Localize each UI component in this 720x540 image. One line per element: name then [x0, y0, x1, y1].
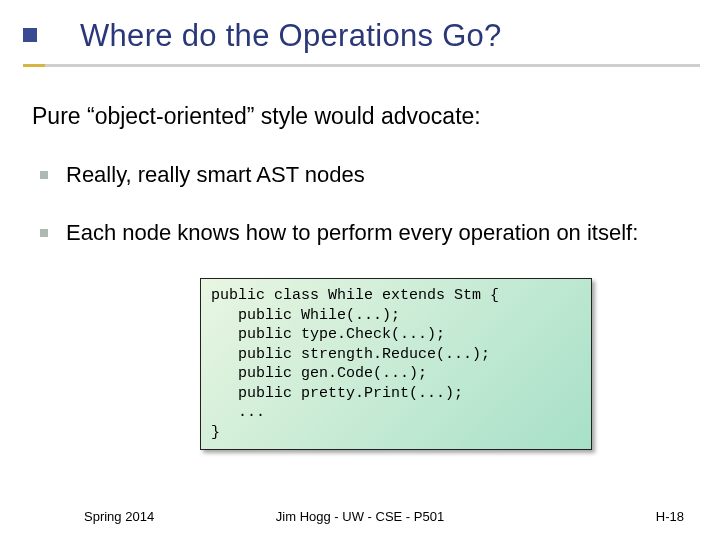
bullet-text: Each node knows how to perform every ope… — [66, 220, 638, 246]
bullet-item: Each node knows how to perform every ope… — [32, 220, 688, 246]
footer: Spring 2014 Jim Hogg - UW - CSE - P501 H… — [0, 509, 720, 524]
subtitle: Pure “object-oriented” style would advoc… — [32, 103, 688, 130]
footer-center: Jim Hogg - UW - CSE - P501 — [276, 509, 444, 524]
footer-right: H-18 — [656, 509, 684, 524]
title-underline-gray — [23, 64, 700, 67]
bullet-square-icon — [40, 229, 48, 237]
bullet-square-icon — [40, 171, 48, 179]
bullet-item: Really, really smart AST nodes — [32, 162, 688, 188]
bullet-text: Really, really smart AST nodes — [66, 162, 365, 188]
content-area: Pure “object-oriented” style would advoc… — [0, 67, 720, 450]
title-region: Where do the Operations Go? — [0, 0, 720, 67]
code-box: public class While extends Stm { public … — [200, 278, 592, 450]
title-underline — [0, 64, 720, 67]
title-underline-yellow — [23, 64, 45, 67]
footer-left: Spring 2014 — [84, 509, 154, 524]
slide-title: Where do the Operations Go? — [0, 18, 720, 54]
title-accent-square — [23, 28, 37, 42]
code-region: public class While extends Stm { public … — [200, 278, 592, 450]
